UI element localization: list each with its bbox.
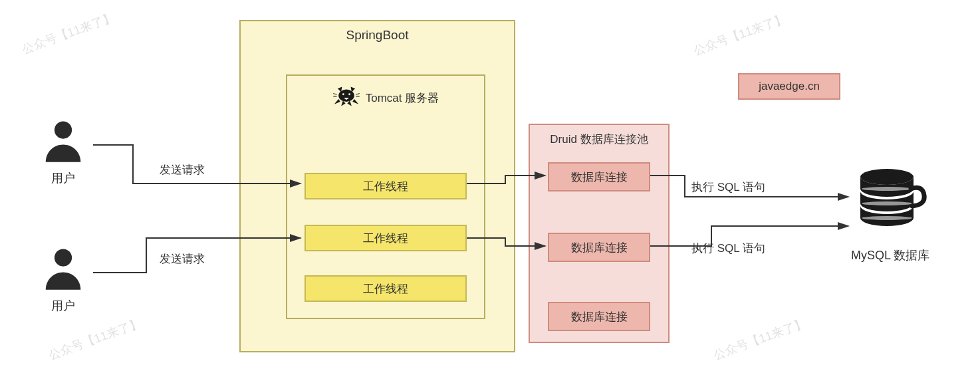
tomcat-icon (332, 85, 360, 111)
db-connection-2: 数据库连接 (548, 233, 650, 262)
worker-thread-1: 工作线程 (305, 173, 467, 199)
user-block-2: 用户 (40, 246, 86, 314)
flow-label-sql-2: 执行 SQL 语句 (691, 241, 765, 256)
user-block-1: 用户 (40, 118, 86, 186)
svg-line-5 (333, 93, 336, 94)
flow-label-send-2: 发送请求 (160, 251, 205, 267)
user-icon (40, 246, 86, 295)
watermark: 公众号【11来了】 (691, 11, 788, 59)
tomcat-title-text: Tomcat 服务器 (366, 90, 439, 106)
db-connection-3: 数据库连接 (548, 302, 650, 331)
svg-point-4 (348, 93, 350, 95)
watermark: 公众号【11来了】 (20, 9, 116, 57)
svg-point-11 (862, 201, 912, 205)
svg-point-10 (862, 187, 912, 191)
db-connection-1: 数据库连接 (548, 162, 650, 191)
druid-title: Druid 数据库连接池 (530, 125, 668, 154)
springboot-title: SpringBoot (241, 21, 514, 48)
watermark: 公众号【11来了】 (47, 315, 143, 363)
svg-line-7 (356, 93, 359, 94)
user-label: 用户 (51, 170, 75, 186)
flow-label-send-1: 发送请求 (160, 162, 205, 178)
worker-thread-2: 工作线程 (305, 225, 467, 251)
flow-label-sql-1: 执行 SQL 语句 (691, 180, 765, 195)
watermark: 公众号【11来了】 (711, 315, 808, 363)
svg-point-0 (55, 121, 72, 138)
user-icon (40, 118, 86, 168)
javaedge-badge: javaedge.cn (738, 73, 840, 100)
svg-point-3 (342, 93, 344, 95)
svg-point-1 (55, 249, 72, 266)
tomcat-title: Tomcat 服务器 (287, 76, 484, 118)
worker-thread-3: 工作线程 (305, 275, 467, 302)
svg-point-9 (860, 169, 914, 185)
mysql-label: MySQL 数据库 (851, 247, 929, 263)
svg-point-12 (862, 216, 912, 220)
mysql-block: MySQL 数据库 (851, 165, 929, 263)
database-icon (854, 165, 927, 241)
user-label: 用户 (51, 298, 75, 314)
